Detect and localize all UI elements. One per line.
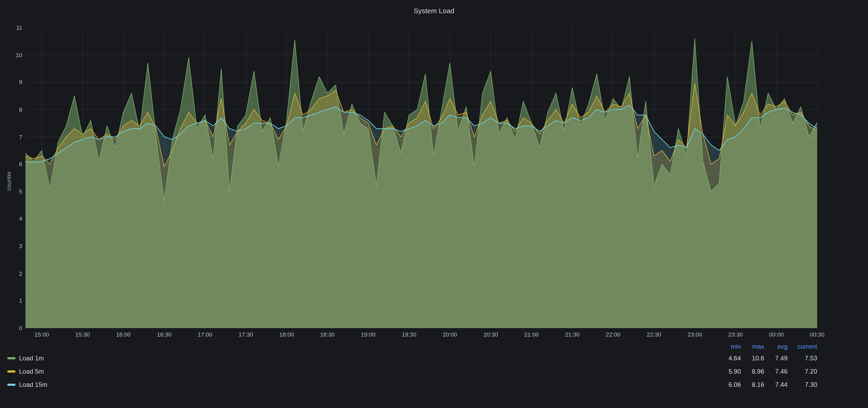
legend-value-max: 10.6 <box>741 354 764 362</box>
legend-series-load-1m[interactable]: Load 1m <box>7 354 718 362</box>
legend-series-label: Load 1m <box>19 354 44 362</box>
y-tick-label: 4 <box>1 216 22 222</box>
y-axis-label: counter <box>6 171 12 191</box>
y-tick-label: 0 <box>1 325 22 331</box>
legend-value-min: 6.06 <box>718 381 741 388</box>
legend-value-min: 5.90 <box>718 368 741 375</box>
legend-series-load-5m[interactable]: Load 5m <box>7 368 718 375</box>
legend-value-avg: 7.49 <box>764 354 787 362</box>
legend-series-label: Load 5m <box>19 368 44 375</box>
y-tick-label: 1 <box>1 298 22 304</box>
legend-header: minmaxavgcurrent <box>7 342 817 351</box>
legend-value-avg: 7.46 <box>764 368 787 375</box>
y-tick-label: 10 <box>1 52 22 58</box>
y-tick-label: 6 <box>1 161 22 167</box>
series-color-icon <box>7 383 16 385</box>
legend-row: Load 15m6.068.167.447.30 <box>7 378 817 391</box>
x-tick-label: 18:30 <box>312 331 343 338</box>
x-tick-label: 19:30 <box>393 331 425 338</box>
legend-column-current[interactable]: current <box>787 343 817 350</box>
legend-series-label: Load 15m <box>19 381 48 388</box>
x-tick-label: 22:30 <box>638 331 670 338</box>
legend-value-current: 7.20 <box>787 368 817 375</box>
x-tick-label: 15:30 <box>67 331 98 338</box>
y-tick-label: 9 <box>1 79 22 86</box>
legend-value-max: 8.96 <box>741 368 764 375</box>
x-tick-label: 22:00 <box>597 331 629 338</box>
legend-row: Load 5m5.908.967.467.20 <box>7 365 817 378</box>
series-color-icon <box>7 357 16 359</box>
x-tick-label: 21:00 <box>516 331 547 338</box>
x-tick-label: 23:30 <box>720 331 751 338</box>
grafana-panel: System Load counter 01234567891011 15:00… <box>0 0 868 408</box>
x-tick-label: 19:00 <box>352 331 384 338</box>
x-tick-label: 15:00 <box>26 331 58 338</box>
x-tick-label: 20:00 <box>434 331 466 338</box>
time-series-plot[interactable] <box>25 28 817 328</box>
x-tick-label: 17:00 <box>189 331 221 338</box>
legend-value-min: 4.64 <box>718 354 741 362</box>
x-tick-label: 16:30 <box>148 331 180 338</box>
legend-column-min[interactable]: min <box>718 343 741 350</box>
legend: minmaxavgcurrent Load 1m4.6410.67.497.53… <box>7 342 817 391</box>
x-tick-label: 17:30 <box>230 331 261 338</box>
x-tick-label: 00:00 <box>761 331 792 338</box>
legend-row: Load 1m4.6410.67.497.53 <box>7 351 817 365</box>
series-area-load-15m <box>25 105 817 328</box>
x-tick-label: 16:00 <box>107 331 139 338</box>
legend-value-current: 7.30 <box>787 381 817 388</box>
legend-value-max: 8.16 <box>741 381 764 388</box>
y-tick-label: 5 <box>1 189 22 195</box>
x-tick-label: 00:30 <box>801 331 833 338</box>
x-tick-label: 21:30 <box>556 331 588 338</box>
x-tick-label: 18:00 <box>271 331 302 338</box>
y-tick-label: 2 <box>1 270 22 276</box>
legend-column-max[interactable]: max <box>741 343 764 350</box>
chart-canvas[interactable] <box>25 28 817 328</box>
y-tick-label: 7 <box>1 134 22 140</box>
x-tick-label: 20:30 <box>475 331 506 338</box>
legend-value-avg: 7.44 <box>764 381 787 388</box>
legend-value-current: 7.53 <box>787 354 817 362</box>
series-color-icon <box>7 370 16 372</box>
y-tick-label: 3 <box>1 243 22 249</box>
x-tick-label: 23:00 <box>679 331 711 338</box>
y-tick-label: 8 <box>1 106 22 113</box>
y-tick-label: 11 <box>1 24 22 31</box>
panel-title[interactable]: System Load <box>0 7 868 15</box>
legend-series-load-15m[interactable]: Load 15m <box>7 381 718 388</box>
legend-column-avg[interactable]: avg <box>764 343 787 350</box>
